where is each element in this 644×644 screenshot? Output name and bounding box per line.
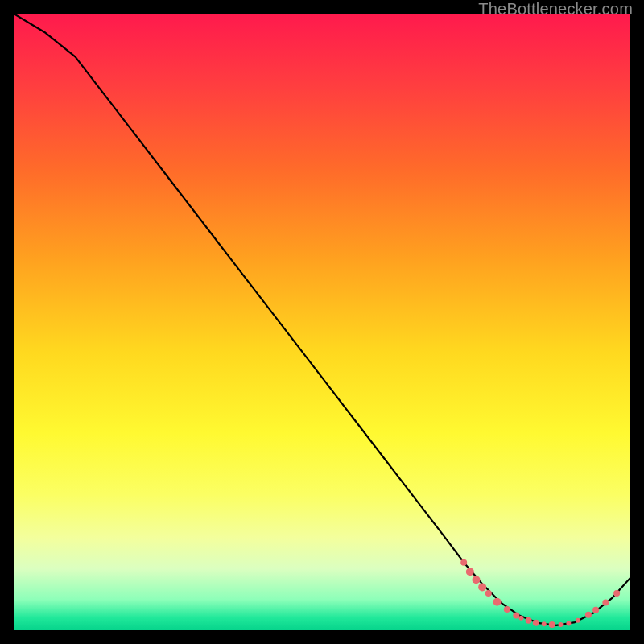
marker-dot xyxy=(542,621,547,626)
marker-dot xyxy=(460,559,467,566)
marker-dot xyxy=(533,620,539,626)
chart-frame: TheBottlenecker.com xyxy=(0,0,644,644)
marker-dot xyxy=(493,598,502,606)
marker-dot xyxy=(566,621,571,626)
marker-dot xyxy=(485,590,492,597)
curve-layer xyxy=(14,14,630,630)
marker-dot xyxy=(526,617,532,624)
highlight-dots xyxy=(460,559,620,628)
marker-dot xyxy=(466,568,474,576)
marker-dot xyxy=(602,600,609,606)
marker-dot xyxy=(478,583,486,591)
marker-dot xyxy=(558,622,563,627)
marker-dot xyxy=(592,607,599,613)
attribution-label: TheBottlenecker.com xyxy=(478,0,633,19)
marker-dot xyxy=(513,613,519,619)
marker-dot xyxy=(576,618,580,623)
bottleneck-curve xyxy=(14,14,630,625)
marker-dot xyxy=(613,590,620,597)
chart-plot-area xyxy=(14,14,630,630)
marker-dot xyxy=(518,616,523,621)
marker-dot xyxy=(473,576,481,584)
marker-dot xyxy=(585,612,592,618)
marker-dot xyxy=(504,606,510,613)
marker-dot xyxy=(549,621,555,628)
